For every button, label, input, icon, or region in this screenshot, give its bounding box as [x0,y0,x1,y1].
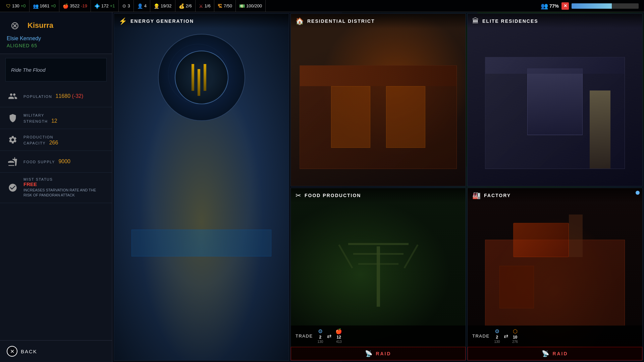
faction-logo: ⊗ [7,17,23,34]
prod-value: 172 [101,3,109,8]
aligned-label: ALIGNED [7,43,30,48]
production-label: PRODUCTIONCAPACITY [23,135,53,145]
residential-card-header: 🏠 RESIDENTIAL DISTRICT [291,14,466,28]
population-row: POPULATION 11680 (-32) [0,85,112,107]
close-button[interactable]: ✕ [561,2,569,10]
pop-icon: 👥 [33,3,39,9]
factory-art [485,240,625,326]
food-title: FOOD PRODUCTION [305,193,361,198]
food-trade-label: TRADE [296,334,313,339]
factory-icon: 🏭 [472,191,481,199]
shield-delta: +0 [21,3,26,8]
factory-notify-dot [636,191,640,195]
shield-icon: 🛡 [6,3,11,9]
factory-trade-arrow: ⇄ [504,333,508,339]
topbar-right: 👥 77% ✕ [538,2,641,10]
building-icon: 🏗 [218,3,222,9]
faction-name: Kisurra [28,21,53,30]
money-icon: 💵 [239,3,245,9]
factory-card[interactable]: 🏭 FACTORY TRADE ⚙ 2 130 ⇄ [467,188,643,361]
food-prod-icon: ✂ [296,191,301,199]
factory-raid-bar[interactable]: 📡 RAID [468,347,642,360]
prod-icon: 💠 [94,3,100,9]
energy-card[interactable]: ⚡ ENERGY GENERATION [114,13,289,361]
buildings-grid: ⚡ ENERGY GENERATION 🏠 RESIDENTIAL DISTR [112,12,644,362]
pop-value: 1661 [40,3,50,8]
mist-status-value: FREE [23,181,105,187]
military-row: MILITARYSTRENGTH 12 [0,107,112,129]
mission-text: Ride The Flood [11,67,46,73]
gear-icon: ⚙ [122,3,126,9]
combat-stat: ⚔ 1/6 [196,0,214,12]
diplomacy-icon: 👥 [541,2,548,10]
mist-status-label: MIST STATUS [23,177,105,181]
food-raid-bar[interactable]: 📡 RAID [291,347,466,360]
agent-icon: 👤 [137,3,143,9]
trade-value: 2/6 [186,3,192,8]
food-raid-signal-icon: 📡 [365,350,372,357]
population-label: POPULATION [23,95,52,99]
energy-icon: ⚡ [119,17,127,25]
top-bar: 🛡 130 +0 👥 1661 +0 🍎 3522 -19 💠 172 +1 ⚙… [0,0,644,12]
food-trade-gear: ⚙ 2 130 [318,328,323,344]
food-supply-value: 9000 [58,159,70,164]
food-value: 3522 [70,3,79,8]
food-raid-label: RAID [376,351,391,356]
residential-card[interactable]: 🏠 RESIDENTIAL DISTRICT [290,13,466,186]
shield-value: 130 [12,3,19,8]
elite-card[interactable]: 🏛 ELITE RESIDENCES [467,13,643,186]
combat-icon: ⚔ [199,3,203,9]
food-stat: 🍎 3522 -19 [59,0,91,12]
back-circle-icon: ✕ [7,346,17,357]
factory-raid-signal-icon: 📡 [542,350,549,357]
elite-icon: 🏛 [472,17,479,25]
factory-hex-icon: ⬡ [513,328,518,335]
prod-delta: +1 [110,3,115,8]
mist-status-desc: INCREASES STARVATION RATE AND THE RISK O… [23,188,105,198]
faction-aligned: ALIGNED 65 [7,43,105,48]
production-value: 266 [49,140,58,145]
residential-art [300,65,457,169]
food-supply-label: FOOD SUPPLY [23,160,55,164]
food-gear-icon: ⚙ [318,328,323,335]
production-row: PRODUCTIONCAPACITY 266 [0,129,112,151]
building-value: 7/50 [224,3,232,8]
food-supply-icon [7,156,19,168]
food-supply-info: FOOD SUPPLY 9000 [23,159,105,165]
workers-stat: 👷 19/32 [150,0,175,12]
production-icon [7,134,19,146]
progress-bar [572,3,639,9]
progress-fill [572,3,612,9]
factory-gear-icon: ⚙ [495,328,499,335]
elite-card-header: 🏛 ELITE RESIDENCES [468,14,642,28]
food-food-sub: 413 [336,340,342,344]
diplomacy-percent: 77% [549,3,559,9]
money-stat: 💵 100/200 [236,0,266,12]
factory-card-bottom: TRADE ⚙ 2 130 ⇄ ⬡ 10 276 📡 RAID [468,325,642,360]
food-trade-arrow: ⇄ [327,333,331,339]
food-gear-sub: 130 [318,340,323,344]
factory-hex-sub: 276 [512,340,518,344]
food-food-icon: 🍎 [335,328,342,335]
back-button[interactable]: ✕ BACK [0,340,112,362]
food-card[interactable]: ✂ FOOD PRODUCTION TRADE ⚙ 2 130 [290,188,466,361]
prod-stat: 💠 172 +1 [91,0,119,12]
residential-title: RESIDENTIAL DISTRICT [307,18,375,24]
food-food-count: 12 [337,335,341,340]
energy-art [155,31,249,124]
food-icon: 🍎 [63,3,68,9]
faction-symbol-icon: ⊗ [10,19,19,32]
mission-box: Ride The Flood [5,58,107,81]
factory-trade-hex: ⬡ 10 276 [512,328,518,344]
pop-stat: 👥 1661 +0 [30,0,60,12]
military-icon [7,112,19,124]
factory-trade-bar[interactable]: TRADE ⚙ 2 130 ⇄ ⬡ 10 276 [468,325,642,346]
food-gear-count: 2 [319,335,322,340]
food-trade-bar[interactable]: TRADE ⚙ 2 130 ⇄ 🍎 12 413 [291,325,466,346]
population-value: 11680 [56,93,71,99]
main-layout: ⊗ Kisurra Elsie Kennedy ALIGNED 65 Ride … [0,12,644,362]
trade-icon: 💰 [179,3,184,9]
production-info: PRODUCTIONCAPACITY 266 [23,134,105,146]
back-label: BACK [21,349,37,354]
faction-logo-row: ⊗ Kisurra [7,17,105,34]
